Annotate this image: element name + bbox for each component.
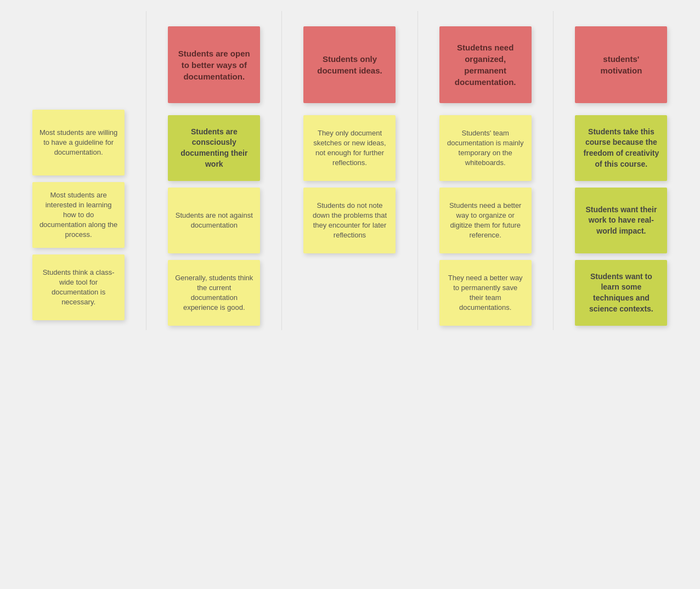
card-col4-3[interactable]: They need a better way to permanently sa… [439, 260, 532, 326]
column-2: Students are open to better ways of docu… [146, 11, 282, 330]
column-1: Most students are willing to have a guid… [11, 11, 146, 330]
column-3: Students only document ideas.They only d… [282, 11, 417, 330]
card-col4-2[interactable]: Students need a better way to organize o… [439, 188, 532, 253]
card-col1-3[interactable]: Students think a class-wide tool for doc… [32, 254, 125, 320]
card-col5-3[interactable]: Students want to learn some techniques a… [575, 260, 667, 326]
column-3-header-card[interactable]: Students only document ideas. [303, 26, 396, 103]
column-4: Studetns need organized, permanent docum… [418, 11, 554, 330]
column-5: students' motivationStudents take this c… [554, 11, 689, 330]
card-col4-1[interactable]: Students' team documentation is mainly t… [439, 115, 532, 181]
kanban-board: Most students are willing to have a guid… [0, 0, 700, 341]
column-5-header-card[interactable]: students' motivation [575, 26, 667, 103]
column-2-header-area: Students are open to better ways of docu… [168, 15, 260, 109]
card-col5-2[interactable]: Students want their work to have real-wo… [575, 188, 667, 253]
card-col2-1[interactable]: Students are consciously documenting the… [168, 115, 260, 181]
column-2-header-card[interactable]: Students are open to better ways of docu… [168, 26, 260, 103]
card-col1-2[interactable]: Most students are interested in learning… [32, 182, 125, 248]
card-col3-2[interactable]: Students do not note down the problems t… [303, 188, 396, 253]
card-col2-3[interactable]: Generally, students think the current do… [168, 260, 260, 326]
column-5-header-area: students' motivation [575, 15, 667, 109]
column-4-header-card[interactable]: Studetns need organized, permanent docum… [439, 26, 532, 103]
column-3-header-area: Students only document ideas. [303, 15, 396, 109]
card-col5-1[interactable]: Students take this course because the fr… [575, 115, 667, 181]
card-col2-2[interactable]: Students are not against documentation [168, 188, 260, 253]
card-col1-1[interactable]: Most students are willing to have a guid… [32, 110, 125, 175]
column-4-header-area: Studetns need organized, permanent docum… [439, 15, 532, 109]
card-col3-1[interactable]: They only document sketches or new ideas… [303, 115, 396, 181]
